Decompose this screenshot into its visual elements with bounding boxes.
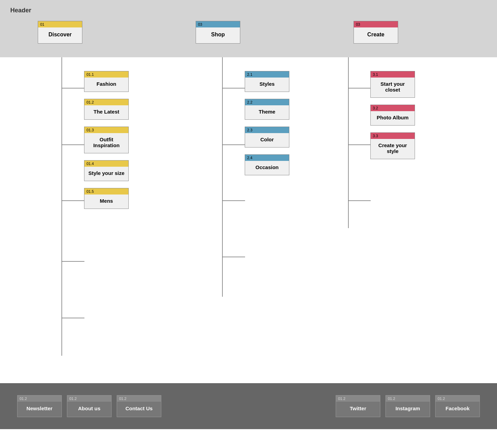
instagram-label: Instagram: [386, 402, 430, 417]
outfit-tag: 01.3: [84, 127, 128, 133]
discover-label: Discover: [38, 27, 82, 43]
footer-left-group: 01.2 Newsletter 01.2 About us 01.2 Conta…: [17, 395, 161, 417]
mens-label: Mens: [84, 194, 128, 209]
about-label: About us: [67, 402, 111, 417]
node-start-closet[interactable]: 3.1 Start your closet: [370, 71, 415, 98]
header-label: Header: [10, 7, 487, 14]
node-photo-album[interactable]: 3.2 Photo Album: [370, 105, 415, 126]
the-latest-label: The Latest: [84, 105, 128, 119]
footer: 01.2 Newsletter 01.2 About us 01.2 Conta…: [0, 383, 497, 429]
style-size-label: Style your size: [84, 167, 128, 181]
footer-node-facebook[interactable]: 01.2 Facebook: [435, 395, 480, 417]
footer-node-instagram[interactable]: 01.2 Instagram: [385, 395, 430, 417]
fashion-label: Fashion: [84, 78, 128, 92]
node-fashion[interactable]: 01.1 Fashion: [84, 71, 129, 92]
node-the-latest[interactable]: 01.2 The Latest: [84, 99, 129, 120]
create-style-tag: 3.3: [371, 133, 415, 139]
twitter-label: Twitter: [336, 402, 380, 417]
start-closet-label: Start your closet: [371, 78, 415, 97]
footer-node-contact[interactable]: 01.2 Contact Us: [117, 395, 161, 417]
contact-label: Contact Us: [117, 402, 161, 417]
styles-label: Styles: [245, 78, 289, 92]
node-styles[interactable]: 2.1 Styles: [245, 71, 289, 92]
footer-node-about[interactable]: 01.2 About us: [67, 395, 112, 417]
photo-album-tag: 3.2: [371, 105, 415, 111]
style-size-tag: 01.4: [84, 161, 128, 167]
node-mens[interactable]: 01.5 Mens: [84, 188, 129, 209]
facebook-label: Facebook: [436, 402, 479, 417]
outfit-label: Outfit Inspiration: [84, 133, 128, 153]
theme-label: Theme: [245, 105, 289, 119]
node-shop[interactable]: 03 Shop: [196, 21, 240, 44]
node-occasion[interactable]: 2.4 Occasion: [245, 154, 289, 175]
start-closet-tag: 3.1: [371, 71, 415, 78]
discover-children: 01.1 Fashion 01.2 The Latest 01.3 Outfit…: [84, 71, 129, 209]
shop-label: Shop: [196, 27, 240, 43]
newsletter-tag: 01.2: [18, 396, 61, 402]
contact-tag: 01.2: [117, 396, 161, 402]
node-outfit[interactable]: 01.3 Outfit Inspiration: [84, 127, 129, 153]
newsletter-label: Newsletter: [18, 402, 61, 417]
color-tag: 2.3: [245, 127, 289, 133]
create-style-label: Create your style: [371, 139, 415, 159]
photo-album-label: Photo Album: [371, 111, 415, 125]
header-section: Header 01 Discover 03 Shop 03 Create: [0, 0, 497, 57]
node-theme[interactable]: 2.2 Theme: [245, 99, 289, 120]
node-style-size[interactable]: 01.4 Style your size: [84, 160, 129, 181]
fashion-tag: 01.1: [84, 71, 128, 78]
occasion-label: Occasion: [245, 161, 289, 175]
color-label: Color: [245, 133, 289, 147]
shop-tag: 03: [196, 21, 240, 27]
discover-tag: 01: [38, 21, 82, 27]
node-discover[interactable]: 01 Discover: [38, 21, 82, 44]
shop-children: 2.1 Styles 2.2 Theme 2.3 Color 2.4 Occas…: [245, 71, 289, 175]
node-create-style[interactable]: 3.3 Create your style: [370, 132, 415, 159]
theme-tag: 2.2: [245, 99, 289, 105]
footer-node-newsletter[interactable]: 01.2 Newsletter: [17, 395, 62, 417]
facebook-tag: 01.2: [436, 396, 479, 402]
node-create[interactable]: 03 Create: [354, 21, 398, 44]
create-tag: 03: [354, 21, 398, 27]
twitter-tag: 01.2: [336, 396, 380, 402]
create-children: 3.1 Start your closet 3.2 Photo Album 3.…: [370, 71, 415, 159]
create-label: Create: [354, 27, 398, 43]
about-tag: 01.2: [67, 396, 111, 402]
styles-tag: 2.1: [245, 71, 289, 78]
mens-tag: 01.5: [84, 188, 128, 194]
node-color[interactable]: 2.3 Color: [245, 127, 289, 148]
occasion-tag: 2.4: [245, 155, 289, 161]
footer-right-group: 01.2 Twitter 01.2 Instagram 01.2 Faceboo…: [336, 395, 480, 417]
footer-node-twitter[interactable]: 01.2 Twitter: [336, 395, 380, 417]
the-latest-tag: 01.2: [84, 99, 128, 105]
diagram-area: 01.1 Fashion 01.2 The Latest 01.3 Outfit…: [0, 57, 497, 383]
instagram-tag: 01.2: [386, 396, 430, 402]
